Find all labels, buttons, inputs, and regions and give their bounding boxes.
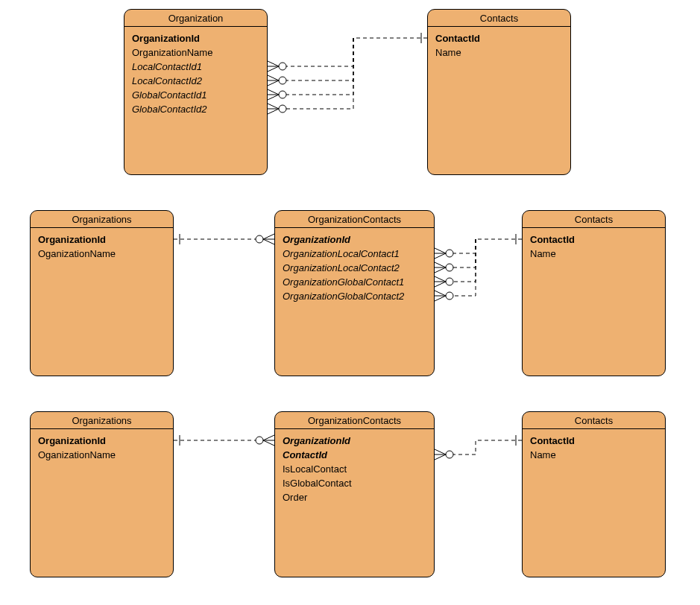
entity-field: OganizationName xyxy=(38,247,165,261)
entity-field: OganizationName xyxy=(38,448,165,462)
entity-field: ContactId xyxy=(530,232,658,247)
entity-body: ContactIdName xyxy=(523,228,665,376)
entity-title: Organization xyxy=(124,10,267,27)
entity-field: Name xyxy=(530,448,658,462)
entity-field: Name xyxy=(530,247,658,261)
svg-point-8 xyxy=(446,292,453,300)
svg-point-10 xyxy=(446,451,453,458)
entity-orgcontacts-3: OrganizationContacts OrganizationIdConta… xyxy=(274,411,435,577)
entity-field: OrganizationName xyxy=(132,45,259,60)
entity-field: OrganizationId xyxy=(283,232,426,247)
entity-field: OrganizationLocalContact2 xyxy=(283,261,426,275)
entity-field: OrganizationId xyxy=(38,434,165,448)
svg-point-0 xyxy=(279,63,286,70)
entity-contacts-2: Contacts ContactIdName xyxy=(522,210,666,376)
entity-body: ContactIdName xyxy=(428,27,570,174)
entity-title: Contacts xyxy=(523,211,665,228)
entity-field: ContactId xyxy=(283,448,426,462)
entity-title: Organizations xyxy=(31,412,173,429)
svg-point-4 xyxy=(256,235,263,243)
svg-point-7 xyxy=(446,278,453,285)
entity-title: Contacts xyxy=(523,412,665,429)
entity-title: Organizations xyxy=(31,211,173,228)
entity-field: OrganizationGlobalContact1 xyxy=(283,275,426,289)
svg-point-6 xyxy=(446,264,453,271)
entity-organization: Organization OrganizationIdOrganizationN… xyxy=(124,9,268,175)
entity-field: IsGlobalContact xyxy=(283,476,426,490)
entity-field: LocalContactId2 xyxy=(132,74,259,88)
svg-point-1 xyxy=(279,77,286,84)
svg-point-5 xyxy=(446,250,453,257)
entity-field: ContactId xyxy=(530,434,658,448)
entity-field: OrganizationId xyxy=(132,31,259,45)
entity-body: OrganizationIdContactIdIsLocalContactIsG… xyxy=(275,429,434,577)
entity-field: Order xyxy=(283,490,426,504)
entity-field: ContactId xyxy=(435,31,563,45)
entity-body: OrganizationIdOganizationName xyxy=(31,228,173,376)
entity-field: GlobalContactId1 xyxy=(132,88,259,102)
svg-point-9 xyxy=(256,437,263,444)
entity-body: OrganizationIdOganizationName xyxy=(31,429,173,577)
entity-field: GlobalContactId2 xyxy=(132,102,259,116)
entity-contacts-3: Contacts ContactIdName xyxy=(522,411,666,577)
entity-field: OrganizationId xyxy=(38,232,165,247)
entity-organizations-3: Organizations OrganizationIdOganizationN… xyxy=(30,411,174,577)
entity-field: OrganizationGlobalContact2 xyxy=(283,289,426,303)
entity-field: Name xyxy=(435,45,563,60)
entity-title: OrganizationContacts xyxy=(275,412,434,429)
entity-field: IsLocalContact xyxy=(283,462,426,476)
entity-body: ContactIdName xyxy=(523,429,665,577)
svg-point-3 xyxy=(279,105,286,113)
entity-body: OrganizationIdOrganizationLocalContact1O… xyxy=(275,228,434,376)
entity-organizations-2: Organizations OrganizationIdOganizationN… xyxy=(30,210,174,376)
entity-contacts-1: Contacts ContactIdName xyxy=(427,9,571,175)
svg-point-2 xyxy=(279,91,286,98)
entity-field: LocalContactId1 xyxy=(132,60,259,74)
entity-orgcontacts-2: OrganizationContacts OrganizationIdOrgan… xyxy=(274,210,435,376)
entity-field: OrganizationLocalContact1 xyxy=(283,247,426,261)
entity-title: Contacts xyxy=(428,10,570,27)
entity-title: OrganizationContacts xyxy=(275,211,434,228)
entity-field: OrganizationId xyxy=(283,434,426,448)
entity-body: OrganizationIdOrganizationNameLocalConta… xyxy=(124,27,267,174)
